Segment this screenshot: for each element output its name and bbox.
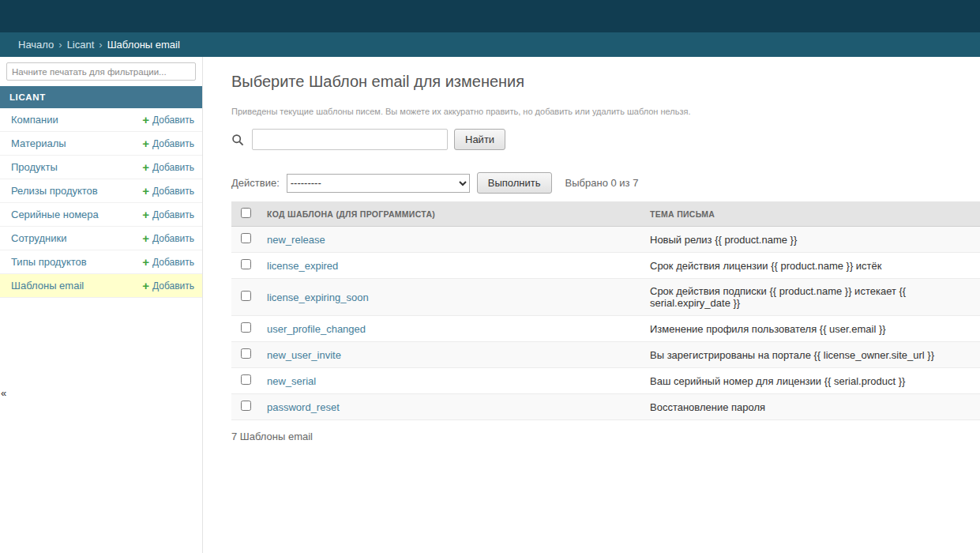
template-link[interactable]: license_expiring_soon [267,292,369,303]
sidebar-item-product-types: Типы продуктов + Добавить [0,250,202,274]
add-employees-button[interactable]: + Добавить [142,232,194,244]
breadcrumb-app-link[interactable]: Licant [67,39,95,51]
sidebar-link-materials[interactable]: Материалы [11,137,66,149]
row-select-cell [231,253,259,279]
plus-icon: + [142,209,149,220]
content-area: Выберите Шаблон email для изменения Прив… [203,57,980,553]
select-all-checkbox[interactable] [241,208,251,218]
breadcrumb: Начало › Licant › Шаблоны email [0,32,980,57]
sidebar-link-products[interactable]: Продукты [11,161,58,173]
select-all-cell [231,201,259,227]
breadcrumb-separator: › [58,39,62,51]
breadcrumb-home-link[interactable]: Начало [18,39,54,51]
sidebar-link-email-templates[interactable]: Шаблоны email [11,280,84,292]
sidebar-item-email-templates: Шаблоны email + Добавить [0,274,202,298]
subject-cell: Новый релиз {{ product.name }} [642,227,980,253]
row-checkbox[interactable] [241,348,251,359]
sidebar-item-materials: Материалы + Добавить [0,132,202,156]
sidebar-item-product-releases: Релизы продуктов + Добавить [0,179,202,203]
nav-sidebar: LICANT Компании + Добавить Материалы + Д… [0,57,203,553]
template-code-cell: license_expiring_soon [259,279,642,316]
add-label: Добавить [152,257,194,268]
result-count: 7 Шаблоны email [231,420,980,453]
subject-cell: Срок действия лицензии {{ product.name }… [642,253,980,279]
row-checkbox[interactable] [241,374,251,385]
template-code-cell: user_profile_changed [259,316,642,342]
add-serial-numbers-button[interactable]: + Добавить [142,209,194,220]
search-button[interactable]: Найти [454,129,505,150]
sidebar-item-companies: Компании + Добавить [0,108,202,132]
table-row: new_release Новый релиз {{ product.name … [231,227,980,253]
add-products-button[interactable]: + Добавить [142,161,194,173]
template-code-cell: new_user_invite [259,342,642,368]
sidebar-filter-wrap [0,57,202,86]
add-product-releases-button[interactable]: + Добавить [142,185,194,197]
plus-icon: + [142,256,149,268]
table-row: user_profile_changed Изменение профиля п… [231,316,980,342]
add-label: Добавить [152,138,194,149]
template-link[interactable]: new_serial [267,375,316,387]
add-email-templates-button[interactable]: + Добавить [142,280,194,292]
template-link[interactable]: new_release [267,234,325,246]
template-link[interactable]: user_profile_changed [267,323,366,335]
column-header-code: КОД ШАБЛОНА (ДЛЯ ПРОГРАММИСТА) [259,201,642,227]
table-row: new_user_invite Вы зарегистрированы на п… [231,342,980,368]
add-product-types-button[interactable]: + Добавить [142,256,194,268]
row-checkbox[interactable] [241,401,251,411]
add-companies-button[interactable]: + Добавить [142,114,194,126]
breadcrumb-current: Шаблоны email [107,39,180,51]
run-action-button[interactable]: Выполнить [477,172,552,194]
template-code-cell: new_release [259,227,642,253]
subject-cell: Восстановление пароля [642,394,980,420]
sidebar-link-product-types[interactable]: Типы продуктов [11,256,87,268]
table-header-row: КОД ШАБЛОНА (ДЛЯ ПРОГРАММИСТА) ТЕМА ПИСЬ… [231,201,980,227]
sidebar-filter-input[interactable] [6,62,196,81]
top-bar [0,0,980,32]
breadcrumb-separator: › [99,39,102,51]
action-select[interactable]: --------- [287,174,470,193]
plus-icon: + [142,161,149,173]
action-label: Действие: [231,177,280,189]
subject-cell: Изменение профиля пользователя {{ user.e… [642,316,980,342]
subject-cell: Вы зарегистрированы на портале {{ licens… [642,342,980,368]
sidebar-toggle[interactable]: « [1,387,6,399]
template-link[interactable]: license_expired [267,260,338,272]
search-input[interactable] [252,129,448,150]
row-select-cell [231,394,259,420]
search-bar: Найти [231,129,980,150]
row-select-cell [231,279,259,316]
add-label: Добавить [152,162,194,173]
plus-icon: + [142,280,149,292]
sidebar-link-companies[interactable]: Компании [11,114,58,126]
row-checkbox[interactable] [241,291,251,301]
action-counter: Выбрано 0 из 7 [565,177,639,189]
template-link[interactable]: new_user_invite [267,349,341,361]
add-label: Добавить [152,186,194,197]
row-checkbox[interactable] [241,322,251,333]
add-materials-button[interactable]: + Добавить [142,137,194,149]
add-label: Добавить [152,233,194,244]
sidebar-link-product-releases[interactable]: Релизы продуктов [11,185,98,197]
plus-icon: + [142,232,149,244]
row-checkbox[interactable] [241,233,251,243]
table-row: license_expiring_soon Срок действия подп… [231,279,980,316]
results-table: КОД ШАБЛОНА (ДЛЯ ПРОГРАММИСТА) ТЕМА ПИСЬ… [231,201,980,420]
actions-bar: Действие: --------- Выполнить Выбрано 0 … [231,172,980,194]
sidebar-link-employees[interactable]: Сотрудники [11,232,66,244]
table-row: password_reset Восстановление пароля [231,394,980,420]
sidebar-link-serial-numbers[interactable]: Серийные номера [11,209,99,220]
plus-icon: + [142,114,149,126]
plus-icon: + [142,137,149,149]
template-code-cell: license_expired [259,253,642,279]
search-icon [231,134,244,146]
main-layout: LICANT Компании + Добавить Материалы + Д… [0,57,980,553]
page-title: Выберите Шаблон email для изменения [231,73,980,91]
row-checkbox[interactable] [241,259,251,269]
template-link[interactable]: password_reset [267,401,340,413]
plus-icon: + [142,185,149,197]
sidebar-item-serial-numbers: Серийные номера + Добавить [0,203,202,227]
row-select-cell [231,342,259,368]
subject-cell: Срок действия подписки {{ product.name }… [642,279,980,316]
app-section-header: LICANT [0,86,202,108]
template-code-cell: password_reset [259,394,642,420]
